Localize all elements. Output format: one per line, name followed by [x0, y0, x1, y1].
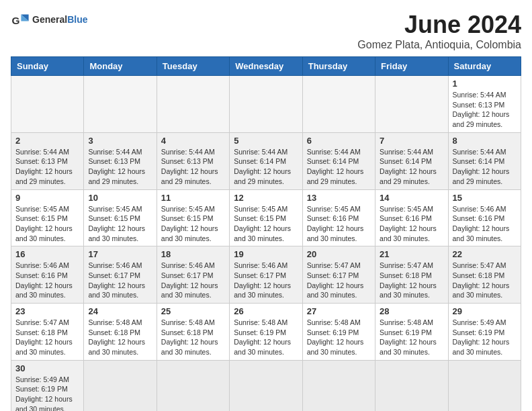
calendar-cell — [302, 76, 375, 133]
svg-text:G: G — [11, 15, 19, 26]
day-number: 2 — [15, 136, 79, 146]
week-row-5: 23Sunrise: 5:47 AMSunset: 6:18 PMDayligh… — [11, 304, 521, 361]
week-row-6: 30Sunrise: 5:49 AMSunset: 6:19 PMDayligh… — [11, 360, 521, 411]
weekday-header-thursday: Thursday — [302, 57, 375, 76]
day-info: Sunrise: 5:44 AMSunset: 6:13 PMDaylight:… — [453, 90, 517, 130]
weekday-header-row: SundayMondayTuesdayWednesdayThursdayFrid… — [11, 57, 521, 76]
calendar-cell: 9Sunrise: 5:45 AMSunset: 6:15 PMDaylight… — [11, 189, 84, 246]
day-number: 16 — [15, 249, 79, 259]
calendar-cell: 18Sunrise: 5:46 AMSunset: 6:17 PMDayligh… — [157, 246, 229, 304]
day-info: Sunrise: 5:47 AMSunset: 6:18 PMDaylight:… — [15, 318, 79, 357]
calendar-cell: 29Sunrise: 5:49 AMSunset: 6:19 PMDayligh… — [448, 304, 521, 361]
calendar-cell: 27Sunrise: 5:48 AMSunset: 6:19 PMDayligh… — [302, 304, 375, 361]
day-info: Sunrise: 5:46 AMSunset: 6:17 PMDaylight:… — [161, 261, 225, 300]
day-number: 20 — [307, 249, 371, 259]
day-info: Sunrise: 5:48 AMSunset: 6:18 PMDaylight:… — [88, 318, 152, 357]
day-info: Sunrise: 5:45 AMSunset: 6:15 PMDaylight:… — [88, 204, 152, 244]
day-info: Sunrise: 5:48 AMSunset: 6:18 PMDaylight:… — [161, 318, 225, 357]
logo-text-general: General — [32, 14, 67, 25]
day-info: Sunrise: 5:44 AMSunset: 6:14 PMDaylight:… — [453, 147, 517, 187]
day-info: Sunrise: 5:49 AMSunset: 6:19 PMDaylight:… — [15, 375, 79, 411]
calendar-cell: 28Sunrise: 5:48 AMSunset: 6:19 PMDayligh… — [375, 304, 448, 361]
day-info: Sunrise: 5:47 AMSunset: 6:17 PMDaylight:… — [307, 261, 371, 300]
calendar-cell: 4Sunrise: 5:44 AMSunset: 6:13 PMDaylight… — [157, 132, 229, 189]
week-row-2: 2Sunrise: 5:44 AMSunset: 6:13 PMDaylight… — [11, 132, 521, 189]
calendar-table: SundayMondayTuesdayWednesdayThursdayFrid… — [11, 56, 521, 411]
day-number: 17 — [88, 249, 152, 259]
day-info: Sunrise: 5:48 AMSunset: 6:19 PMDaylight:… — [380, 318, 443, 357]
day-number: 11 — [161, 193, 225, 203]
day-number: 7 — [380, 136, 443, 146]
day-number: 13 — [307, 193, 371, 203]
day-info: Sunrise: 5:46 AMSunset: 6:16 PMDaylight:… — [453, 204, 517, 244]
calendar-cell — [375, 360, 448, 411]
week-row-3: 9Sunrise: 5:45 AMSunset: 6:15 PMDaylight… — [11, 189, 521, 246]
day-info: Sunrise: 5:46 AMSunset: 6:17 PMDaylight:… — [234, 261, 298, 300]
day-number: 28 — [380, 306, 443, 316]
day-info: Sunrise: 5:47 AMSunset: 6:18 PMDaylight:… — [453, 261, 517, 300]
day-number: 29 — [453, 306, 517, 316]
calendar-cell — [84, 360, 157, 411]
calendar-cell: 10Sunrise: 5:45 AMSunset: 6:15 PMDayligh… — [84, 189, 157, 246]
day-number: 12 — [234, 193, 298, 203]
calendar-cell: 17Sunrise: 5:46 AMSunset: 6:17 PMDayligh… — [84, 246, 157, 304]
day-info: Sunrise: 5:45 AMSunset: 6:15 PMDaylight:… — [15, 204, 79, 244]
day-number: 18 — [161, 249, 225, 259]
week-row-1: 1Sunrise: 5:44 AMSunset: 6:13 PMDaylight… — [11, 76, 521, 133]
calendar-cell: 5Sunrise: 5:44 AMSunset: 6:14 PMDaylight… — [230, 132, 302, 189]
calendar-cell: 13Sunrise: 5:45 AMSunset: 6:16 PMDayligh… — [302, 189, 375, 246]
day-info: Sunrise: 5:46 AMSunset: 6:16 PMDaylight:… — [15, 261, 79, 300]
calendar-cell: 1Sunrise: 5:44 AMSunset: 6:13 PMDaylight… — [448, 76, 521, 133]
day-info: Sunrise: 5:44 AMSunset: 6:14 PMDaylight:… — [307, 147, 371, 187]
day-number: 26 — [234, 306, 298, 316]
day-info: Sunrise: 5:44 AMSunset: 6:13 PMDaylight:… — [15, 147, 79, 187]
weekday-header-friday: Friday — [375, 57, 448, 76]
day-number: 9 — [15, 193, 79, 203]
calendar-cell: 24Sunrise: 5:48 AMSunset: 6:18 PMDayligh… — [84, 304, 157, 361]
day-number: 5 — [234, 136, 298, 146]
calendar-cell — [230, 76, 302, 133]
calendar-cell: 3Sunrise: 5:44 AMSunset: 6:13 PMDaylight… — [84, 132, 157, 189]
weekday-header-sunday: Sunday — [11, 57, 84, 76]
calendar-cell: 21Sunrise: 5:47 AMSunset: 6:18 PMDayligh… — [375, 246, 448, 304]
weekday-header-tuesday: Tuesday — [157, 57, 229, 76]
calendar-cell — [157, 360, 229, 411]
day-number: 22 — [453, 249, 517, 259]
weekday-header-saturday: Saturday — [448, 57, 521, 76]
calendar-cell: 7Sunrise: 5:44 AMSunset: 6:14 PMDaylight… — [375, 132, 448, 189]
weekday-header-wednesday: Wednesday — [230, 57, 302, 76]
calendar-cell — [11, 76, 84, 133]
day-info: Sunrise: 5:49 AMSunset: 6:19 PMDaylight:… — [453, 318, 517, 357]
day-number: 4 — [161, 136, 225, 146]
calendar-cell — [302, 360, 375, 411]
logo: G GeneralBlue — [11, 11, 87, 30]
calendar-cell — [448, 360, 521, 411]
calendar-cell: 11Sunrise: 5:45 AMSunset: 6:15 PMDayligh… — [157, 189, 229, 246]
calendar-cell: 12Sunrise: 5:45 AMSunset: 6:15 PMDayligh… — [230, 189, 302, 246]
month-year-title: June 2024 — [357, 11, 521, 39]
day-number: 21 — [380, 249, 443, 259]
day-number: 8 — [453, 136, 517, 146]
calendar-cell: 2Sunrise: 5:44 AMSunset: 6:13 PMDaylight… — [11, 132, 84, 189]
title-section: June 2024 Gomez Plata, Antioquia, Colomb… — [357, 11, 521, 51]
day-info: Sunrise: 5:45 AMSunset: 6:15 PMDaylight:… — [234, 204, 298, 244]
calendar-cell: 25Sunrise: 5:48 AMSunset: 6:18 PMDayligh… — [157, 304, 229, 361]
calendar-cell: 26Sunrise: 5:48 AMSunset: 6:19 PMDayligh… — [230, 304, 302, 361]
calendar-cell: 14Sunrise: 5:45 AMSunset: 6:16 PMDayligh… — [375, 189, 448, 246]
location-subtitle: Gomez Plata, Antioquia, Colombia — [357, 39, 521, 51]
calendar-cell: 20Sunrise: 5:47 AMSunset: 6:17 PMDayligh… — [302, 246, 375, 304]
calendar-cell — [157, 76, 229, 133]
day-info: Sunrise: 5:44 AMSunset: 6:14 PMDaylight:… — [380, 147, 443, 187]
calendar-cell: 30Sunrise: 5:49 AMSunset: 6:19 PMDayligh… — [11, 360, 84, 411]
calendar-cell: 16Sunrise: 5:46 AMSunset: 6:16 PMDayligh… — [11, 246, 84, 304]
logo-text-blue: Blue — [67, 14, 87, 25]
day-number: 19 — [234, 249, 298, 259]
day-number: 1 — [453, 79, 517, 89]
calendar-cell: 8Sunrise: 5:44 AMSunset: 6:14 PMDaylight… — [448, 132, 521, 189]
day-info: Sunrise: 5:44 AMSunset: 6:13 PMDaylight:… — [161, 147, 225, 187]
calendar-cell: 6Sunrise: 5:44 AMSunset: 6:14 PMDaylight… — [302, 132, 375, 189]
day-number: 24 — [88, 306, 152, 316]
day-info: Sunrise: 5:48 AMSunset: 6:19 PMDaylight:… — [234, 318, 298, 357]
week-row-4: 16Sunrise: 5:46 AMSunset: 6:16 PMDayligh… — [11, 246, 521, 304]
day-info: Sunrise: 5:44 AMSunset: 6:14 PMDaylight:… — [234, 147, 298, 187]
